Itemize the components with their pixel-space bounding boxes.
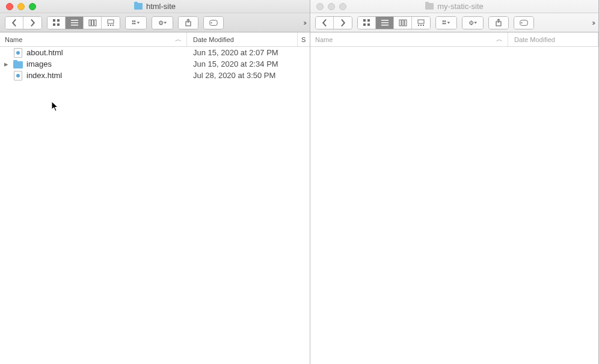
column-view-button[interactable] xyxy=(84,17,102,29)
overflow-icon[interactable]: ›› xyxy=(303,18,305,27)
toolbar: ›› xyxy=(0,13,310,32)
svg-rect-31 xyxy=(367,19,370,22)
arrange-group xyxy=(435,16,457,29)
svg-rect-41 xyxy=(418,25,419,26)
size-column-header[interactable]: S xyxy=(298,32,310,46)
name-header-label: Name xyxy=(315,36,333,43)
svg-rect-15 xyxy=(134,20,135,22)
titlebar[interactable]: html-site xyxy=(0,0,310,13)
svg-rect-38 xyxy=(402,20,404,26)
tags-group xyxy=(514,16,534,29)
tags-group xyxy=(203,16,224,29)
svg-point-55 xyxy=(521,22,522,23)
date-header-label: Date Modified xyxy=(193,36,234,43)
column-headers: Name ︿ Date Modified S xyxy=(0,32,310,47)
svg-rect-6 xyxy=(71,25,78,26)
sort-ascending-icon: ︿ xyxy=(175,35,182,44)
window-title-text: my-static-site xyxy=(437,2,484,11)
file-name: index.html xyxy=(24,71,187,80)
svg-rect-9 xyxy=(94,20,96,26)
svg-rect-2 xyxy=(53,23,55,26)
svg-rect-40 xyxy=(418,20,424,23)
share-group xyxy=(488,16,509,29)
list-view-button[interactable] xyxy=(66,17,84,29)
svg-line-24 xyxy=(159,21,160,22)
overflow-icon[interactable]: ›› xyxy=(592,18,594,27)
file-name: about.html xyxy=(24,48,187,57)
svg-rect-1 xyxy=(57,19,60,22)
date-header-label: Date Modified xyxy=(514,36,555,43)
name-column-header[interactable]: Name ︿ xyxy=(310,32,508,46)
file-date: Jun 15, 2020 at 2:34 PM xyxy=(187,59,310,68)
action-button[interactable] xyxy=(462,17,483,29)
view-group xyxy=(357,16,431,29)
minimize-button[interactable] xyxy=(17,3,25,10)
share-button[interactable] xyxy=(179,17,198,29)
svg-rect-14 xyxy=(132,20,134,22)
svg-rect-5 xyxy=(71,22,78,23)
action-group xyxy=(462,16,484,29)
svg-rect-32 xyxy=(363,23,366,26)
window-title: html-site xyxy=(5,2,305,11)
svg-rect-46 xyxy=(443,23,444,24)
nav-group xyxy=(5,16,42,29)
list-item[interactable]: about.html Jun 15, 2020 at 2:07 PM xyxy=(0,47,310,58)
toolbar: ›› xyxy=(310,13,598,32)
list-item[interactable]: ▸ images Jun 15, 2020 at 2:34 PM xyxy=(0,58,310,70)
name-column-header[interactable]: Name ︿ xyxy=(0,32,187,46)
svg-line-27 xyxy=(159,24,160,25)
column-headers: Name ︿ Date Modified xyxy=(310,32,598,47)
finder-window-right: my-static-site xyxy=(310,0,599,364)
svg-rect-8 xyxy=(91,20,93,26)
close-button[interactable] xyxy=(316,3,324,10)
arrange-button[interactable] xyxy=(436,17,456,29)
svg-rect-43 xyxy=(423,25,424,26)
file-name: images xyxy=(24,59,187,68)
gallery-view-button[interactable] xyxy=(102,17,120,29)
icon-view-button[interactable] xyxy=(48,17,66,29)
svg-rect-16 xyxy=(132,23,134,24)
icon-view-button[interactable] xyxy=(358,17,376,29)
date-column-header[interactable]: Date Modified xyxy=(187,32,298,46)
column-view-button[interactable] xyxy=(394,17,412,29)
svg-rect-11 xyxy=(108,25,109,26)
svg-rect-30 xyxy=(363,19,366,22)
action-button[interactable] xyxy=(152,17,173,29)
list-item[interactable]: index.html Jul 28, 2020 at 3:50 PM xyxy=(0,70,310,81)
list-view-button[interactable] xyxy=(376,17,394,29)
svg-rect-35 xyxy=(381,22,389,23)
share-button[interactable] xyxy=(489,17,508,29)
arrange-button[interactable] xyxy=(126,17,146,29)
svg-line-26 xyxy=(162,21,163,22)
minimize-button[interactable] xyxy=(328,3,335,10)
svg-rect-39 xyxy=(405,20,407,26)
date-column-header[interactable]: Date Modified xyxy=(508,32,598,46)
svg-rect-36 xyxy=(381,25,389,26)
disclosure-triangle-icon[interactable]: ▸ xyxy=(0,59,12,68)
svg-rect-0 xyxy=(53,19,55,22)
nav-group xyxy=(315,16,352,29)
svg-rect-34 xyxy=(381,20,389,21)
svg-rect-10 xyxy=(108,20,114,23)
back-button[interactable] xyxy=(316,17,334,29)
gallery-view-button[interactable] xyxy=(412,17,430,29)
forward-button[interactable] xyxy=(334,17,352,29)
tags-button[interactable] xyxy=(204,17,223,29)
back-button[interactable] xyxy=(5,17,23,29)
svg-rect-12 xyxy=(110,25,111,26)
svg-rect-44 xyxy=(443,20,444,22)
svg-point-19 xyxy=(161,22,162,23)
maximize-button[interactable] xyxy=(29,3,36,10)
file-list[interactable] xyxy=(310,47,598,364)
svg-rect-3 xyxy=(57,23,60,26)
close-button[interactable] xyxy=(6,3,13,10)
file-list[interactable]: about.html Jun 15, 2020 at 2:07 PM ▸ ima… xyxy=(0,47,310,364)
tags-button[interactable] xyxy=(514,17,533,29)
folder-icon xyxy=(134,3,143,10)
forward-button[interactable] xyxy=(23,17,41,29)
svg-rect-33 xyxy=(367,23,370,26)
svg-rect-17 xyxy=(134,23,135,24)
view-group xyxy=(47,16,120,29)
titlebar[interactable]: my-static-site xyxy=(310,0,598,13)
maximize-button[interactable] xyxy=(339,3,346,10)
